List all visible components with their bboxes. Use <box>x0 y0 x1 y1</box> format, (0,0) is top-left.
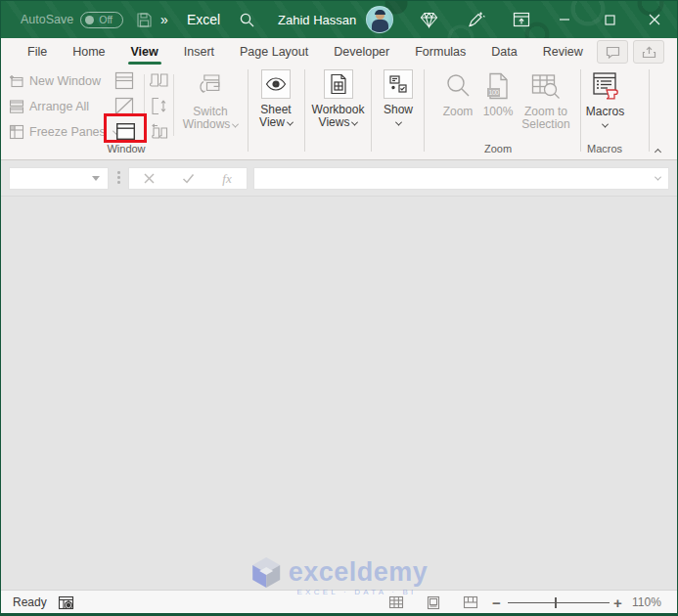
tab-insert[interactable]: Insert <box>171 38 227 66</box>
switch-windows-button[interactable]: Switch Windows <box>177 69 244 131</box>
zoom-slider-handle[interactable] <box>555 597 557 608</box>
arrange-all-button[interactable]: Arrange All <box>9 96 89 117</box>
chevron-down-icon <box>351 119 358 126</box>
workbook-area <box>1 197 677 590</box>
reset-window-position-button[interactable] <box>148 119 171 143</box>
avatar[interactable] <box>366 6 393 33</box>
status-ready: Ready <box>13 591 47 614</box>
cancel-icon[interactable] <box>129 173 168 184</box>
autosave-label: AutoSave <box>21 13 73 26</box>
synchronous-scrolling-button[interactable] <box>148 94 171 117</box>
macros-icon <box>591 69 620 103</box>
page-break-preview-button[interactable] <box>463 591 478 614</box>
comments-button[interactable] <box>597 40 628 64</box>
split-icon <box>114 71 134 90</box>
ribbon: New Window Arrange All Freeze Panes <box>1 66 677 160</box>
formula-input[interactable] <box>253 167 669 190</box>
macro-record-button[interactable] <box>58 591 74 614</box>
enter-icon[interactable] <box>168 173 207 184</box>
group-separator <box>371 69 372 152</box>
window-group-label: Window <box>68 143 185 154</box>
app-name: Excel <box>187 1 220 38</box>
new-window-icon <box>9 73 24 89</box>
chevron-down-icon <box>287 119 294 126</box>
page-break-preview-icon <box>463 595 478 609</box>
hundred-badge: 100 <box>487 88 500 97</box>
tab-data[interactable]: Data <box>478 38 529 66</box>
ribbon-tab-row: File Home View Insert Page Layout Develo… <box>1 38 677 66</box>
formula-bar-resize-handle[interactable] <box>117 171 120 184</box>
view-side-by-side-button[interactable] <box>148 68 171 92</box>
page-layout-view-button[interactable] <box>426 591 441 614</box>
autosave-control[interactable]: AutoSave Off <box>21 1 123 38</box>
sheet-view-icon <box>261 69 291 99</box>
tab-file[interactable]: File <box>15 38 60 66</box>
zoom-group-label: Zoom <box>449 143 547 154</box>
workbook-views-button[interactable]: Workbook Views <box>305 69 371 129</box>
sheet-view-button[interactable]: Sheet View <box>249 69 303 129</box>
collapse-ribbon-button[interactable] <box>655 144 660 157</box>
page-layout-view-icon <box>426 595 441 610</box>
formula-buttons: fx <box>128 167 248 190</box>
freeze-panes-button[interactable]: Freeze Panes <box>9 121 118 143</box>
toggle-knob-icon <box>85 16 94 24</box>
freeze-panes-icon <box>9 124 24 140</box>
gem-icon[interactable] <box>420 1 438 38</box>
excel-window: AutoSave Off » Excel Zahid Hassan <box>0 0 678 616</box>
tab-formulas[interactable]: Formulas <box>402 38 478 66</box>
zoom-to-selection-button[interactable]: Zoom to Selection <box>515 69 577 131</box>
synchronous-scrolling-icon <box>150 97 169 115</box>
minimize-button[interactable] <box>558 1 571 38</box>
name-box[interactable] <box>9 167 109 190</box>
comment-icon <box>606 46 620 59</box>
ribbon-display-options-icon[interactable] <box>513 1 530 38</box>
zoom-out-button[interactable]: − <box>492 591 501 614</box>
share-button[interactable] <box>633 40 664 64</box>
autosave-state: Off <box>99 14 113 25</box>
insert-function-button[interactable]: fx <box>207 171 247 187</box>
avatar-cap <box>375 10 385 15</box>
macros-button[interactable]: Macros <box>578 69 632 131</box>
tab-view[interactable]: View <box>118 38 171 66</box>
tab-home[interactable]: Home <box>60 38 117 66</box>
formula-bar: fx <box>1 160 677 197</box>
pen-sparkle-icon[interactable] <box>467 1 485 38</box>
status-bar: Ready − + 110% <box>1 590 677 613</box>
save-icon[interactable] <box>136 1 153 38</box>
tab-page-layout[interactable]: Page Layout <box>227 38 321 66</box>
formula-bar-expand-icon[interactable] <box>655 174 661 181</box>
macro-record-icon <box>58 595 74 610</box>
show-button[interactable]: Show <box>373 69 424 129</box>
zoom-slider[interactable] <box>508 591 610 614</box>
zoom-level[interactable]: 110% <box>632 591 661 614</box>
maximize-button[interactable] <box>603 1 616 38</box>
zoom-100-button[interactable]: 100 100% <box>478 69 518 118</box>
chevron-down-icon <box>232 121 239 128</box>
close-button[interactable] <box>648 1 661 38</box>
zoom-button[interactable]: Zoom <box>434 69 481 118</box>
tab-review[interactable]: Review <box>530 38 596 66</box>
new-window-button[interactable]: New Window <box>9 70 101 92</box>
group-separator <box>649 69 650 152</box>
share-icon <box>642 46 656 59</box>
user-name[interactable]: Zahid Hassan <box>278 1 356 38</box>
group-separator <box>424 69 425 152</box>
highlight-box <box>104 113 147 143</box>
autosave-toggle[interactable]: Off <box>80 12 123 28</box>
chevron-down-icon <box>602 121 609 128</box>
avatar-body <box>372 20 388 33</box>
show-icon <box>384 69 413 99</box>
divider <box>173 74 174 136</box>
split-button[interactable] <box>113 68 136 92</box>
zoom-in-button[interactable]: + <box>613 591 622 614</box>
title-bar: AutoSave Off » Excel Zahid Hassan <box>1 1 677 38</box>
zoom-slider-track[interactable] <box>508 602 610 603</box>
tab-developer[interactable]: Developer <box>321 38 402 66</box>
hide-window-icon <box>114 97 134 115</box>
reset-window-position-icon <box>150 122 169 140</box>
quick-access-overflow[interactable]: » <box>160 1 168 38</box>
search-icon[interactable] <box>239 1 255 38</box>
zoom-100-icon: 100 <box>483 69 513 103</box>
normal-view-button[interactable] <box>388 591 404 614</box>
name-box-dropdown-icon[interactable] <box>92 176 100 181</box>
